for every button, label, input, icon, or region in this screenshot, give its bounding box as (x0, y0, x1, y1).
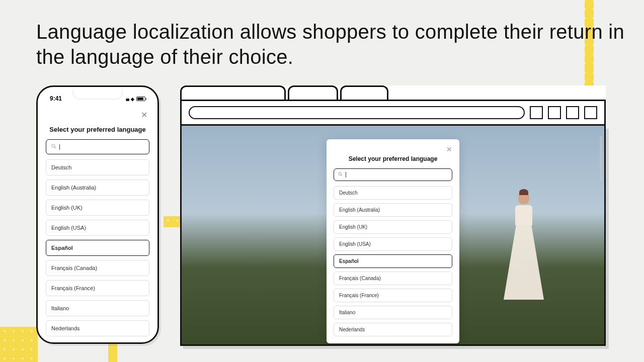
language-option[interactable]: Français (Canada) (46, 260, 149, 276)
close-button[interactable]: ✕ (46, 106, 149, 124)
language-option[interactable]: Español (46, 240, 149, 256)
search-icon (51, 144, 56, 150)
phone-time: 9:41 (50, 95, 62, 102)
decorative-strip (164, 216, 181, 227)
language-option[interactable]: Français (Canada) (334, 272, 452, 285)
language-option[interactable]: English (UK) (46, 200, 149, 216)
language-search-input[interactable] (46, 139, 149, 154)
language-modal-mobile: Select your preferred language DeutschEn… (46, 126, 149, 336)
browser-button[interactable] (548, 106, 561, 119)
browser-button[interactable] (566, 106, 579, 119)
browser-tab[interactable] (180, 85, 286, 100)
language-modal-desktop: ✕ Select your preferred language Deutsch… (327, 139, 459, 343)
svg-line-3 (341, 175, 343, 176)
modal-title: Select your preferred language (334, 155, 452, 162)
modal-title: Select your preferred language (46, 126, 149, 133)
battery-icon (136, 97, 145, 101)
text-cursor (59, 144, 60, 150)
scrollbar[interactable] (600, 136, 602, 181)
decorative-strip (108, 342, 117, 362)
svg-point-2 (339, 172, 341, 175)
language-option[interactable]: Español (334, 254, 452, 268)
wifi-icon (131, 96, 134, 102)
language-option[interactable]: English (Australia) (46, 179, 149, 196)
language-option[interactable]: English (UK) (334, 220, 452, 234)
browser-mockup: ✕ Select your preferred language Deutsch… (180, 85, 606, 346)
url-bar[interactable] (189, 106, 525, 119)
svg-point-0 (52, 144, 55, 147)
language-option[interactable]: Italiano (334, 306, 452, 319)
language-option[interactable]: Nederlands (334, 323, 452, 336)
decorative-strip (0, 327, 38, 362)
svg-line-1 (54, 147, 56, 148)
language-option[interactable]: Deutsch (334, 186, 452, 200)
signal-icon (126, 96, 129, 102)
language-option[interactable]: Français (France) (334, 289, 452, 302)
browser-tab[interactable] (288, 85, 338, 100)
language-option[interactable]: English (Australia) (334, 203, 452, 217)
text-cursor (346, 172, 346, 177)
browser-tabs (180, 85, 606, 100)
browser-viewport: ✕ Select your preferred language Deutsch… (180, 126, 606, 346)
language-list-mobile: DeutschEnglish (Australia)English (UK)En… (46, 159, 149, 336)
language-option[interactable]: Italiano (46, 300, 149, 316)
background-image-figure (504, 191, 544, 312)
search-icon (338, 172, 343, 177)
language-search-input[interactable] (334, 168, 452, 181)
headline: Language localization allows shoppers to… (36, 19, 644, 69)
language-option[interactable]: Deutsch (46, 159, 149, 175)
phone-notch (72, 89, 123, 100)
browser-button[interactable] (584, 106, 597, 119)
language-option[interactable]: Français (France) (46, 280, 149, 296)
browser-button[interactable] (530, 106, 543, 119)
phone-mockup: 9:41 ✕ Select your preferred language De… (36, 85, 159, 344)
language-option[interactable]: Nederlands (46, 320, 149, 336)
close-button[interactable]: ✕ (334, 145, 452, 153)
language-option[interactable]: English (USA) (334, 237, 452, 251)
powered-by-label: Powered by Happy Returns (365, 335, 421, 340)
browser-chrome (180, 100, 606, 126)
language-option[interactable]: English (USA) (46, 220, 149, 236)
language-list-desktop: DeutschEnglish (Australia)English (UK)En… (334, 186, 452, 336)
browser-tab[interactable] (340, 85, 388, 100)
